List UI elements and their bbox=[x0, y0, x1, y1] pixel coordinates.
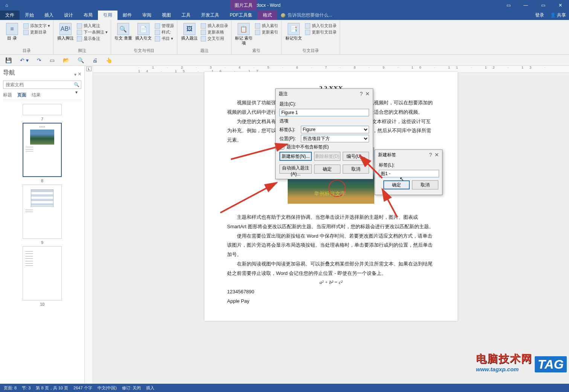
mark-entry-button[interactable]: 📋标记 索引项 bbox=[235, 21, 253, 46]
status-words[interactable]: 2647 个字 bbox=[73, 385, 92, 391]
nav-search[interactable]: 🔍 ▾ bbox=[3, 81, 81, 89]
save-icon[interactable]: 💾 bbox=[5, 57, 12, 63]
close-icon[interactable]: ✕ bbox=[365, 91, 370, 97]
vertical-ruler[interactable]: L bbox=[85, 66, 93, 384]
tab-format[interactable]: 格式 bbox=[258, 11, 277, 20]
tab-mailings[interactable]: 邮件 bbox=[117, 11, 137, 20]
close-icon[interactable]: ✕ bbox=[435, 152, 439, 158]
status-page[interactable]: 页面: 8 bbox=[4, 385, 17, 391]
tab-references[interactable]: 引用 bbox=[98, 11, 117, 20]
insert-index-button[interactable]: 插入索引 bbox=[255, 23, 278, 29]
show-notes-button[interactable]: 显示备注 bbox=[77, 36, 108, 41]
print-icon[interactable]: 🖨 bbox=[92, 57, 98, 63]
tab-tools[interactable]: 工具 bbox=[176, 11, 196, 20]
update-index-button[interactable]: 更新索引 bbox=[255, 29, 278, 35]
bibliography-button[interactable]: 书目 ▾ bbox=[155, 36, 174, 41]
cross-reference-button[interactable]: 交叉引用 bbox=[201, 36, 228, 41]
page-thumb[interactable]: ━━━━━━━━━━━━━━━━━━━━ bbox=[23, 185, 62, 239]
new-label-lbl: 标签(L): bbox=[379, 162, 395, 168]
login-link[interactable]: 登录 bbox=[535, 11, 544, 20]
close-button[interactable]: ✕ bbox=[552, 0, 569, 11]
tab-home[interactable]: 开始 bbox=[20, 11, 39, 20]
status-language[interactable]: 中文(中国) bbox=[98, 385, 117, 391]
index-mark-icon: 📋 bbox=[238, 23, 250, 35]
new-icon[interactable]: ▭ bbox=[50, 57, 55, 63]
touch-mode-icon[interactable]: 👆 bbox=[106, 57, 112, 63]
update-toa-button[interactable]: 更新引文目录 bbox=[305, 29, 337, 35]
cursor-icon: ↖ bbox=[400, 176, 404, 182]
new-label-dialog-title: 新建标签 bbox=[378, 152, 396, 158]
manage-sources-button[interactable]: 管理源 bbox=[155, 23, 174, 29]
nav-dropdown-icon[interactable]: ▾ bbox=[74, 72, 76, 77]
update-toc-button[interactable]: 更新目录 bbox=[23, 29, 50, 35]
ribbon: ≡目 录 添加文字 ▾ 更新目录 目录 AB¹插入脚注 插入尾注 下一条脚注 ▾… bbox=[0, 20, 569, 55]
tab-file[interactable]: 文件 bbox=[0, 11, 20, 20]
undo-icon[interactable]: ↶ ▾ bbox=[20, 57, 29, 63]
options-label: 选项 bbox=[279, 118, 369, 124]
insert-citation-button[interactable]: 📄插入引文 bbox=[134, 21, 153, 41]
new-label-button[interactable]: 新建标签(N)... bbox=[279, 152, 312, 161]
restore-button[interactable]: ▭ bbox=[534, 0, 552, 11]
open-icon[interactable]: 📂 bbox=[63, 57, 69, 63]
nav-tab-headings[interactable]: 标题 bbox=[3, 92, 12, 98]
status-section[interactable]: 节: 3 bbox=[22, 385, 31, 391]
page-thumb[interactable]: XXXX━━━━━━━━━━━━━━━━━━━━━━━━━━━━━━ bbox=[23, 123, 62, 177]
add-text-button[interactable]: 添加文字 ▾ bbox=[23, 23, 50, 29]
document-area: L · 1 · 2 · 3 · 4 · 5 · 6 · 7 · 8 · 9 · … bbox=[85, 66, 569, 384]
toc-button[interactable]: ≡目 录 bbox=[3, 21, 21, 41]
tab-view[interactable]: 视图 bbox=[157, 11, 176, 20]
ribbon-toggle-icon[interactable]: ▭ bbox=[500, 0, 517, 11]
group-toc-label: 目录 bbox=[3, 48, 50, 54]
share-button[interactable]: 👤 共享 bbox=[550, 11, 566, 20]
help-icon[interactable]: ? bbox=[429, 152, 432, 158]
caption-dialog-title: 题注 bbox=[279, 91, 288, 97]
ok-button[interactable]: 确定 bbox=[314, 165, 340, 174]
caption-input[interactable] bbox=[279, 109, 369, 116]
nav-tab-pages[interactable]: 页面 bbox=[17, 92, 26, 98]
nav-close-icon[interactable]: × bbox=[78, 71, 81, 77]
mark-citation-button[interactable]: 📑标记引文 bbox=[285, 21, 303, 41]
cancel-button[interactable]: 取消 bbox=[343, 165, 369, 174]
position-select[interactable]: 所选项目下方 bbox=[301, 135, 369, 142]
insert-endnote-button[interactable]: 插入尾注 bbox=[77, 23, 108, 29]
insert-tof-button[interactable]: 插入表目录 bbox=[201, 23, 228, 29]
style-select[interactable]: 样式: bbox=[155, 29, 174, 35]
new-label-dialog: 新建标签 ? ✕ 标签(L): 确定 取消 bbox=[375, 149, 442, 195]
status-track[interactable]: 修订: 关闭 bbox=[122, 385, 141, 391]
tab-design[interactable]: 设计 bbox=[59, 11, 78, 20]
nav-tab-results[interactable]: 结果 bbox=[32, 92, 41, 98]
next-footnote-button[interactable]: 下一条脚注 ▾ bbox=[77, 29, 108, 35]
doc-paragraph: 使用在需要位置出现的新按钮在 Word 中保存时间。若要更改图片适应文档的方式，… bbox=[227, 232, 435, 259]
print-preview-icon[interactable]: 🔍 bbox=[78, 57, 84, 63]
status-pages[interactable]: 第 8 页，共 10 页 bbox=[36, 385, 68, 391]
auto-caption-button[interactable]: 自动插入题注(A)... bbox=[279, 165, 312, 174]
page-thumb[interactable] bbox=[23, 104, 62, 115]
search-input[interactable] bbox=[3, 81, 72, 88]
citation-check-button[interactable]: 🔍引文 查重 bbox=[114, 21, 132, 41]
ok-button[interactable]: 确定 bbox=[383, 180, 410, 189]
insert-toa-button[interactable]: 插入引文目录 bbox=[305, 23, 337, 29]
ruler-tab-icon[interactable]: L bbox=[86, 67, 92, 71]
tab-pdf[interactable]: PDF工具集 bbox=[224, 11, 258, 20]
help-icon[interactable]: ? bbox=[360, 91, 363, 97]
page-thumb[interactable]: ━━━━━━━━━━━━━━━━━━━━━━━━━━━━━━━━━━━━━━━━… bbox=[23, 246, 62, 300]
tab-review[interactable]: 审阅 bbox=[137, 11, 157, 20]
tab-layout[interactable]: 布局 bbox=[78, 11, 98, 20]
tell-me-search[interactable]: 告诉我您想要做什么... bbox=[281, 11, 332, 20]
bulb-icon bbox=[281, 13, 285, 18]
cancel-button[interactable]: 取消 bbox=[412, 180, 438, 189]
label-select[interactable]: Figure bbox=[301, 126, 369, 133]
update-table-button[interactable]: 更新表格 bbox=[201, 29, 228, 35]
tab-insert[interactable]: 插入 bbox=[39, 11, 59, 20]
new-label-input[interactable] bbox=[379, 170, 439, 177]
search-icon[interactable]: 🔍 ▾ bbox=[72, 81, 81, 88]
navigation-pane: 导航 ▾ × 🔍 ▾ 标题 页面 结果 7 XXXX━━━━━━━━━━━━━━… bbox=[0, 66, 85, 384]
numbering-button[interactable]: 编号(U)... bbox=[343, 152, 369, 161]
insert-footnote-button[interactable]: AB¹插入脚注 bbox=[56, 21, 75, 41]
status-insert[interactable]: 插入 bbox=[146, 385, 154, 391]
exclude-checkbox[interactable] bbox=[279, 145, 284, 149]
insert-caption-button[interactable]: 🖼插入题注 bbox=[180, 21, 198, 41]
tab-developer[interactable]: 开发工具 bbox=[196, 11, 224, 20]
redo-icon[interactable]: ↷ bbox=[37, 57, 41, 63]
minimize-button[interactable]: — bbox=[517, 0, 534, 11]
